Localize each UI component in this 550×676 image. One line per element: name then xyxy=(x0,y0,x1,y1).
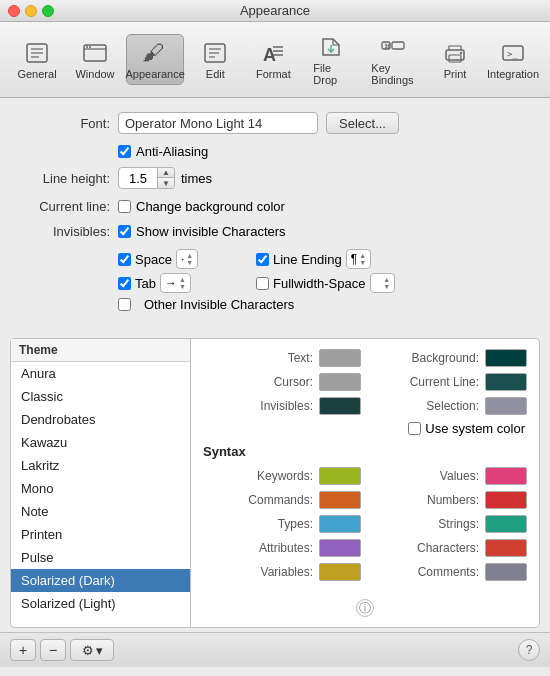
space-checkbox[interactable] xyxy=(118,253,131,266)
line-height-label: Line height: xyxy=(20,171,110,186)
characters-label: Characters: xyxy=(417,541,479,555)
selection-color-label: Selection: xyxy=(426,399,479,413)
maximize-button[interactable] xyxy=(42,5,54,17)
toolbar-item-edit[interactable]: Edit xyxy=(188,34,242,85)
theme-item-printen[interactable]: Printen xyxy=(11,523,190,546)
theme-item-mono[interactable]: Mono xyxy=(11,477,190,500)
space-dropdown-arrow: ▲▼ xyxy=(186,252,193,266)
theme-item-solarized-light[interactable]: Solarized (Light) xyxy=(11,592,190,615)
toolbar-label-format: Format xyxy=(256,68,291,80)
selection-color-swatch[interactable] xyxy=(485,397,527,415)
svg-text:⌘: ⌘ xyxy=(384,43,391,50)
toolbar-item-key-bindings[interactable]: ⌘ Key Bindings xyxy=(362,28,424,91)
color-row-invis-sel: Invisibles: Selection: xyxy=(203,397,527,415)
use-system-color-checkbox[interactable] xyxy=(408,422,421,435)
line-height-unit: times xyxy=(181,171,212,186)
show-invisible-label: Show invisible Characters xyxy=(136,224,286,239)
current-line-color-label: Current Line: xyxy=(410,375,479,389)
svg-point-23 xyxy=(460,52,462,54)
attributes-label: Attributes: xyxy=(259,541,313,555)
titlebar: Appearance xyxy=(0,0,550,22)
current-line-checkbox[interactable] xyxy=(118,200,131,213)
cursor-color-swatch[interactable] xyxy=(319,373,361,391)
background-color-swatch[interactable] xyxy=(485,349,527,367)
info-icon[interactable]: ⓘ xyxy=(356,599,374,617)
tab-dropdown[interactable]: → ▲▼ xyxy=(160,273,191,293)
tab-item: Tab → ▲▼ xyxy=(118,273,248,293)
toolbar-item-integration[interactable]: >_ Integration xyxy=(486,34,540,85)
invisibles-row: Invisibles: Show invisible Characters xyxy=(20,224,530,239)
toolbar-label-window: Window xyxy=(75,68,114,80)
strings-swatch[interactable] xyxy=(485,515,527,533)
toolbar-item-file-drop[interactable]: File Drop xyxy=(304,28,358,91)
font-input[interactable] xyxy=(118,112,318,134)
anti-aliasing-label: Anti-Aliasing xyxy=(136,144,208,159)
toolbar-item-general[interactable]: General xyxy=(10,34,64,85)
svg-point-6 xyxy=(86,46,88,48)
theme-item-solarized-dark[interactable]: Solarized (Dark) xyxy=(11,569,190,592)
variables-swatch[interactable] xyxy=(319,563,361,581)
minimize-button[interactable] xyxy=(25,5,37,17)
line-height-input[interactable] xyxy=(118,167,158,189)
theme-item-anura[interactable]: Anura xyxy=(11,362,190,385)
space-item: Space · ▲▼ xyxy=(118,249,248,269)
toolbar-label-general: General xyxy=(17,68,56,80)
numbers-swatch[interactable] xyxy=(485,491,527,509)
select-button[interactable]: Select... xyxy=(326,112,399,134)
toolbar-item-appearance[interactable]: 🖌 Appearance xyxy=(126,34,184,85)
use-system-color-label: Use system color xyxy=(425,421,525,436)
help-button[interactable]: ? xyxy=(518,639,540,661)
toolbar-item-window[interactable]: Window xyxy=(68,34,122,85)
toolbar-item-format[interactable]: A Format xyxy=(246,34,300,85)
theme-list: Theme Anura Classic Dendrobates Kawazu L… xyxy=(11,339,191,627)
values-swatch[interactable] xyxy=(485,467,527,485)
line-ending-dropdown-arrow: ▲▼ xyxy=(359,252,366,266)
invisibles-color-swatch[interactable] xyxy=(319,397,361,415)
theme-item-lakritz[interactable]: Lakritz xyxy=(11,454,190,477)
line-ending-checkbox[interactable] xyxy=(256,253,269,266)
gear-menu-button[interactable]: ⚙ ▾ xyxy=(70,639,114,661)
theme-item-kawazu[interactable]: Kawazu xyxy=(11,431,190,454)
gear-icon: ⚙ xyxy=(82,643,94,658)
line-height-down[interactable]: ▼ xyxy=(158,178,174,188)
anti-aliasing-checkbox[interactable] xyxy=(118,145,131,158)
types-label: Types: xyxy=(278,517,313,531)
theme-item-pulse[interactable]: Pulse xyxy=(11,546,190,569)
keywords-swatch[interactable] xyxy=(319,467,361,485)
toolbar-item-print[interactable]: Print xyxy=(428,34,482,85)
svg-rect-20 xyxy=(392,42,404,49)
gear-dropdown-arrow: ▾ xyxy=(96,643,103,658)
line-height-up[interactable]: ▲ xyxy=(158,168,174,178)
invisibles-color-label: Invisibles: xyxy=(260,399,313,413)
characters-swatch[interactable] xyxy=(485,539,527,557)
comments-swatch[interactable] xyxy=(485,563,527,581)
bottom-left-buttons: + − ⚙ ▾ xyxy=(10,639,114,661)
space-label: Space xyxy=(135,252,172,267)
other-invisible-checkbox[interactable] xyxy=(118,298,131,311)
text-color-swatch[interactable] xyxy=(319,349,361,367)
types-swatch[interactable] xyxy=(319,515,361,533)
color-row-cursor-cl: Cursor: Current Line: xyxy=(203,373,527,391)
add-theme-button[interactable]: + xyxy=(10,639,36,661)
fullwidth-space-checkbox[interactable] xyxy=(256,277,269,290)
line-ending-dropdown[interactable]: ¶ ▲▼ xyxy=(346,249,371,269)
attributes-swatch[interactable] xyxy=(319,539,361,557)
space-dropdown[interactable]: · ▲▼ xyxy=(176,249,198,269)
cursor-color-label: Cursor: xyxy=(274,375,313,389)
remove-theme-button[interactable]: − xyxy=(40,639,66,661)
bottom-toolbar: + − ⚙ ▾ ? xyxy=(0,632,550,667)
svg-text:>_: >_ xyxy=(507,49,518,59)
theme-item-classic[interactable]: Classic xyxy=(11,385,190,408)
other-invisible-label: Other Invisible Characters xyxy=(144,297,294,312)
current-line-color-swatch[interactable] xyxy=(485,373,527,391)
current-line-checkbox-label: Change background color xyxy=(136,199,285,214)
integration-icon: >_ xyxy=(497,39,529,67)
tab-checkbox[interactable] xyxy=(118,277,131,290)
fullwidth-space-dropdown[interactable]: ▲▼ xyxy=(370,273,396,293)
current-line-label: Current line: xyxy=(20,199,110,214)
theme-item-dendrobates[interactable]: Dendrobates xyxy=(11,408,190,431)
commands-swatch[interactable] xyxy=(319,491,361,509)
theme-item-note[interactable]: Note xyxy=(11,500,190,523)
close-button[interactable] xyxy=(8,5,20,17)
show-invisible-checkbox[interactable] xyxy=(118,225,131,238)
